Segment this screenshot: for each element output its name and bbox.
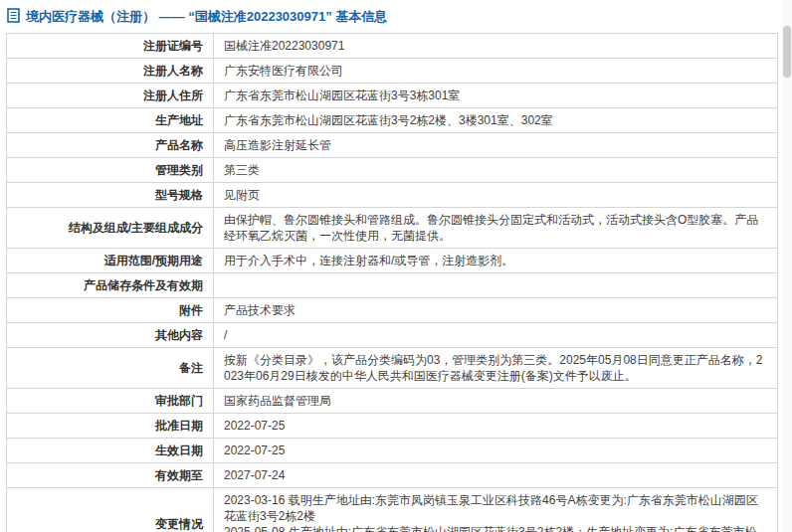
row-value: 按新《分类目录》，该产品分类编码为03，管理类别为第三类。2025年05月08日… — [214, 348, 778, 389]
table-row: 审批部门 国家药品监督管理局 — [7, 389, 778, 414]
row-label: 生产地址 — [7, 108, 214, 133]
table-row: 注册人名称 广东安特医疗有限公司 — [7, 59, 778, 84]
page-title: 境内医疗器械（注册） —— “国械注准20223030971” 基本信息 — [6, 6, 780, 33]
row-label: 产品储存条件及有效期 — [7, 273, 214, 298]
table-row: 注册人住所 广东省东莞市松山湖园区花蓝街3号3栋301室 — [7, 84, 778, 108]
row-label: 备注 — [7, 348, 214, 389]
row-value: 广东省东莞市松山湖园区花蓝街3号2栋2楼、3楼301室、302室 — [214, 108, 778, 133]
table-row: 生产地址 广东省东莞市松山湖园区花蓝街3号2栋2楼、3楼301室、302室 — [7, 108, 778, 133]
table-row: 其他内容 / — [7, 323, 778, 348]
table-row: 注册证编号 国械注准20223030971 — [7, 34, 778, 59]
row-value: 用于介入手术中，连接注射器和/或导管，注射造影剂。 — [214, 249, 778, 273]
scrollbar-track[interactable] — [782, 0, 792, 532]
table-row: 型号规格 见附页 — [7, 183, 778, 208]
table-row: 适用范围/预期用途 用于介入手术中，连接注射器和/或导管，注射造影剂。 — [7, 249, 778, 273]
table-row: 批准日期 2022-07-25 — [7, 414, 778, 439]
row-value: 见附页 — [214, 183, 778, 208]
document-icon — [7, 8, 20, 26]
row-label: 变更情况 — [7, 488, 214, 532]
table-row: 生效日期 2022-07-25 — [7, 439, 778, 463]
registration-table: 注册证编号 国械注准20223030971 注册人名称 广东安特医疗有限公司 注… — [6, 33, 778, 532]
table-row: 产品名称 高压造影注射延长管 — [7, 133, 778, 158]
row-label: 其他内容 — [7, 323, 214, 348]
row-label: 注册人名称 — [7, 59, 214, 84]
row-value: 2023-03-16 载明生产地址由:东莞市凤岗镇玉泉工业区科技路46号A栋变更… — [214, 488, 778, 532]
row-value: 产品技术要求 — [214, 298, 778, 323]
row-label: 批准日期 — [7, 414, 214, 439]
row-label: 型号规格 — [7, 183, 214, 208]
row-label: 结构及组成/主要组成成分 — [7, 208, 214, 249]
row-value: 高压造影注射延长管 — [214, 133, 778, 158]
row-label: 有效期至 — [7, 463, 214, 488]
row-value: / — [214, 323, 778, 348]
row-label: 注册证编号 — [7, 34, 214, 59]
table-row: 管理类别 第三类 — [7, 158, 778, 183]
table-row: 结构及组成/主要组成成分 由保护帽、鲁尔圆锥接头和管路组成。鲁尔圆锥接头分固定式… — [7, 208, 778, 249]
record-detail-page: 境内医疗器械（注册） —— “国械注准20223030971” 基本信息 注册证… — [0, 0, 792, 532]
table-row: 附件 产品技术要求 — [7, 298, 778, 323]
row-value: 国家药品监督管理局 — [214, 389, 778, 414]
row-value: 2022-07-25 — [214, 439, 778, 463]
row-value: 广东安特医疗有限公司 — [214, 59, 778, 84]
row-value: 国械注准20223030971 — [214, 34, 778, 59]
table-row: 变更情况 2023-03-16 载明生产地址由:东莞市凤岗镇玉泉工业区科技路46… — [7, 488, 778, 532]
row-label: 生效日期 — [7, 439, 214, 463]
row-value: 由保护帽、鲁尔圆锥接头和管路组成。鲁尔圆锥接头分固定式和活动式，活动式接头含O型… — [214, 208, 778, 249]
row-label: 产品名称 — [7, 133, 214, 158]
row-value: 第三类 — [214, 158, 778, 183]
row-label: 注册人住所 — [7, 84, 214, 108]
row-value: 广东省东莞市松山湖园区花蓝街3号3栋301室 — [214, 84, 778, 108]
row-label: 适用范围/预期用途 — [7, 249, 214, 273]
page-title-text: 境内医疗器械（注册） —— “国械注准20223030971” 基本信息 — [26, 8, 387, 26]
table-row: 有效期至 2027-07-24 — [7, 463, 778, 488]
row-value: 2027-07-24 — [214, 463, 778, 488]
row-value: 2022-07-25 — [214, 414, 778, 439]
table-row: 产品储存条件及有效期 — [7, 273, 778, 298]
row-value — [214, 273, 778, 298]
row-label: 审批部门 — [7, 389, 214, 414]
scrollbar-thumb[interactable] — [783, 26, 791, 78]
row-label: 管理类别 — [7, 158, 214, 183]
row-label: 附件 — [7, 298, 214, 323]
table-row: 备注 按新《分类目录》，该产品分类编码为03，管理类别为第三类。2025年05月… — [7, 348, 778, 389]
